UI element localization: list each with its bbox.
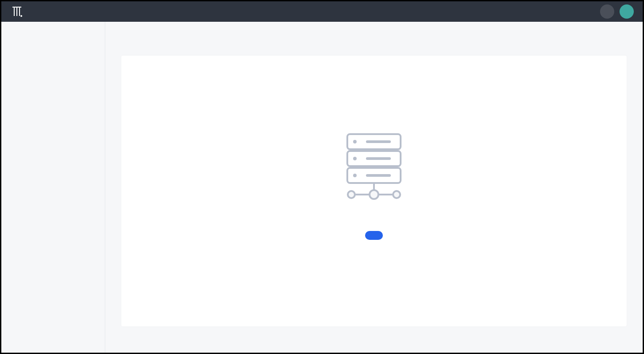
logo[interactable] [10,5,24,18]
svg-point-9 [354,158,356,159]
svg-point-6 [354,141,356,143]
help-button[interactable] [600,4,614,19]
nas-server-icon [345,132,403,205]
svg-point-17 [370,190,378,199]
topbar [1,1,643,22]
main-content [105,22,643,353]
logo-icon [11,5,23,18]
svg-point-12 [354,175,356,176]
content-card [121,56,627,326]
svg-point-18 [393,191,400,198]
svg-point-4 [20,15,22,17]
svg-point-16 [348,191,355,198]
sidebar [1,22,105,353]
user-avatar[interactable] [620,4,634,19]
add-mount-point-button[interactable] [365,231,383,240]
